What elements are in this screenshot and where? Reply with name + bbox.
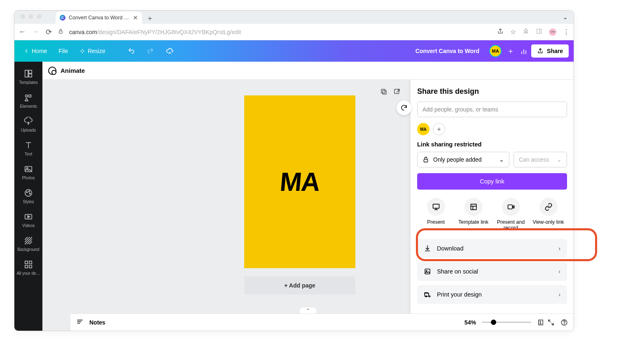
svg-point-47 (426, 270, 427, 271)
svg-point-20 (29, 193, 30, 194)
svg-point-58 (564, 324, 565, 324)
svg-point-17 (25, 190, 32, 197)
svg-marker-11 (25, 98, 28, 101)
add-page-label: + Add page (284, 282, 315, 289)
animate-icon (48, 67, 56, 75)
resize-label: Resize (88, 48, 105, 54)
zoom-slider[interactable] (482, 322, 531, 323)
rail-background[interactable]: Background (14, 232, 42, 256)
add-member-button[interactable]: ＋ (505, 45, 516, 57)
copy-link-button[interactable]: Copy link (417, 173, 567, 190)
notes-button[interactable]: Notes (89, 319, 105, 326)
resize-button[interactable]: Resize (75, 45, 110, 57)
rail-text[interactable]: Text (14, 137, 42, 160)
page-count-badge[interactable]: 1 (537, 319, 542, 326)
canvas-text[interactable]: MA (279, 167, 321, 197)
zoom-value[interactable]: 54% (465, 319, 476, 326)
rail-uploads[interactable]: Uploads (14, 113, 42, 137)
bottom-bar: Notes 54% 1 (70, 313, 574, 331)
share-page-icon[interactable] (497, 28, 504, 36)
fullscreen-button[interactable] (547, 319, 555, 326)
app-top-bar: Home File Resize Convert Canva to Word M… (14, 40, 574, 62)
present-button[interactable]: Present (420, 198, 453, 231)
rail-videos[interactable]: Videos (14, 208, 42, 232)
duplicate-page-icon[interactable] (380, 88, 388, 97)
back-button[interactable]: ← (19, 28, 26, 36)
animate-button[interactable]: Animate (61, 67, 85, 74)
rail-photos[interactable]: Photos (14, 160, 42, 184)
svg-marker-22 (28, 216, 30, 218)
bookmark-icon[interactable]: ☆ (510, 28, 516, 36)
browser-window: C Convert Canva to Word - Flyer ✕ ＋ ⌄ ← … (14, 10, 574, 331)
sidepanel-icon[interactable] (536, 28, 542, 36)
favicon-icon: C (60, 15, 65, 21)
svg-rect-34 (395, 89, 399, 94)
svg-line-23 (25, 237, 28, 240)
notes-icon (76, 318, 84, 327)
share-social-option[interactable]: Share on social › (417, 262, 567, 281)
file-label: File (58, 48, 68, 54)
rail-templates[interactable]: Templates (14, 65, 42, 89)
share-panel: Share this design Add people, groups, or… (411, 80, 574, 313)
extensions-icon[interactable] (523, 28, 529, 36)
document-title[interactable]: Convert Canva to Word (416, 48, 479, 54)
download-option[interactable]: Download › (417, 239, 567, 258)
forward-button: → (32, 28, 39, 36)
view-only-link-button[interactable]: View-only link (532, 198, 565, 231)
svg-rect-32 (383, 90, 386, 94)
redo-button[interactable] (142, 45, 158, 57)
context-bar: Animate (42, 62, 574, 80)
svg-point-19 (28, 191, 30, 192)
url-host: canva.com (69, 29, 97, 35)
browser-tab[interactable]: C Convert Canva to Word - Flyer ✕ (56, 12, 142, 24)
tabs-chevron-icon[interactable]: ⌄ (563, 13, 568, 21)
present-record-button[interactable]: Present and record (495, 198, 528, 231)
traffic-min[interactable] (28, 14, 33, 19)
canva-app: Home File Resize Convert Canva to Word M… (14, 40, 574, 331)
new-tab-button[interactable]: ＋ (146, 13, 154, 23)
user-avatar[interactable]: MA (489, 45, 502, 57)
regenerate-button[interactable] (397, 100, 411, 115)
rail-elements[interactable]: Elements (14, 89, 42, 113)
help-button[interactable] (560, 319, 568, 326)
address-bar-row: ← → ⟳ canva.com/design/DAFAIeFNyPY/2HJG8… (14, 24, 574, 40)
svg-rect-39 (471, 204, 476, 209)
share-people-input[interactable]: Add people, groups, or teams (417, 102, 567, 117)
access-scope-dropdown[interactable]: Only people added ⌄ (417, 152, 509, 167)
open-external-icon[interactable] (393, 88, 401, 97)
svg-point-18 (26, 192, 28, 193)
rail-all-designs[interactable]: All your de… (14, 256, 42, 280)
traffic-max[interactable] (37, 14, 42, 19)
page-drawer-handle[interactable]: ⌃ (299, 307, 317, 313)
undo-button[interactable] (124, 45, 139, 57)
editor: Animate MA + Add page Share this design (42, 62, 574, 331)
lock-icon[interactable] (58, 28, 63, 35)
canvas-page[interactable]: MA (244, 95, 355, 268)
rail-styles[interactable]: Styles (14, 184, 42, 208)
share-button[interactable]: Share (531, 44, 569, 58)
canvas-area[interactable]: MA + Add page Share this design Add peop… (42, 80, 574, 331)
add-page-button[interactable]: + Add page (244, 276, 355, 294)
file-button[interactable]: File (54, 45, 72, 57)
svg-line-26 (27, 239, 32, 244)
menu-icon[interactable]: ⋮ (563, 28, 570, 36)
svg-line-24 (25, 237, 30, 242)
traffic-close[interactable] (20, 14, 25, 19)
url-path: /design/DAFAIeFNyPY/2HJG8IvQX42VYBKpQrst… (97, 29, 241, 35)
home-button[interactable]: Home (19, 45, 51, 57)
svg-point-49 (429, 296, 430, 297)
svg-rect-10 (29, 95, 31, 97)
share-social-label: Share on social (437, 268, 478, 275)
svg-rect-8 (29, 74, 32, 77)
tab-close-icon[interactable]: ✕ (133, 14, 138, 21)
share-avatar[interactable]: MA (417, 123, 430, 135)
add-person-button[interactable]: ＋ (433, 123, 445, 135)
template-link-button[interactable]: Template link (457, 198, 490, 231)
svg-rect-35 (424, 159, 427, 162)
reload-button[interactable]: ⟳ (45, 28, 52, 37)
insights-button[interactable] (520, 47, 528, 55)
address-bar[interactable]: canva.com/design/DAFAIeFNyPY/2HJG8IvQX42… (69, 29, 491, 35)
profile-avatar[interactable]: 👓 (549, 28, 556, 36)
cloud-sync-icon[interactable] (161, 44, 178, 58)
print-design-option[interactable]: Print your design › (417, 285, 567, 304)
